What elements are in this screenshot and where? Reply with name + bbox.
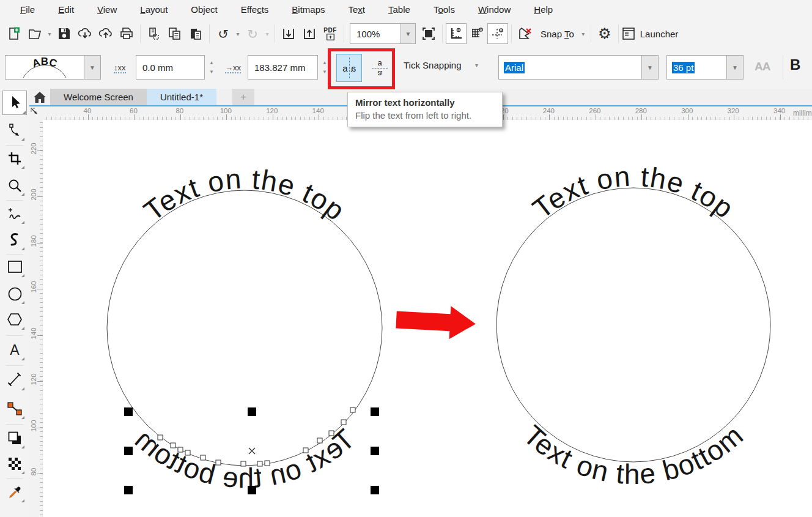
- text-orientation-dropdown-arrow[interactable]: ▼: [84, 55, 101, 80]
- pick-tool[interactable]: [2, 91, 27, 115]
- paste-button[interactable]: [185, 23, 206, 44]
- print-button[interactable]: [116, 23, 137, 44]
- new-tab-button[interactable]: +: [232, 89, 254, 105]
- tick-snapping-dropdown[interactable]: Tick Snapping ▾: [404, 60, 481, 70]
- open-button[interactable]: [24, 23, 45, 44]
- distance-from-path-spinner[interactable]: ▲▼: [205, 55, 218, 80]
- copy-button[interactable]: [164, 23, 185, 44]
- shape-tool[interactable]: [4, 119, 25, 141]
- export-icon: [302, 26, 317, 41]
- hruler-label: 40: [84, 107, 92, 114]
- rectangle-tool[interactable]: [4, 256, 25, 278]
- launcher-button[interactable]: Launcher: [622, 27, 679, 40]
- ruler-origin-button[interactable]: [29, 105, 43, 120]
- transparency-tool[interactable]: [4, 453, 25, 475]
- freehand-tool[interactable]: [4, 203, 25, 225]
- menu-item-view[interactable]: View: [86, 0, 128, 20]
- text-orientation-combo[interactable]: ABC ▼: [5, 55, 102, 80]
- redo-button[interactable]: ↻: [242, 23, 263, 44]
- options-button[interactable]: ⚙: [594, 23, 615, 44]
- show-grid-toggle[interactable]: [467, 23, 487, 44]
- ellipse-tool[interactable]: [4, 283, 25, 305]
- crop-tool[interactable]: [4, 147, 25, 169]
- toolbox-separator: [6, 200, 23, 201]
- ellipse-tool-icon: [7, 286, 23, 302]
- zoom-dropdown-arrow[interactable]: ▼: [400, 24, 415, 43]
- tab-welcome-screen[interactable]: Welcome Screen: [50, 89, 147, 105]
- font-size-combo[interactable]: 36 pt ▼: [666, 55, 744, 80]
- dimension-tool[interactable]: [4, 369, 25, 391]
- menu-item-text[interactable]: Text: [337, 0, 377, 20]
- vruler-label: 120: [30, 370, 37, 389]
- tick-snapping-dropdown-arrow[interactable]: ▾: [473, 62, 481, 69]
- disable-snapping-button[interactable]: [515, 23, 536, 44]
- font-list-dropdown-arrow[interactable]: ▼: [641, 56, 658, 79]
- menu-item-file[interactable]: File: [9, 0, 46, 20]
- publish-pdf-button[interactable]: PDF: [320, 23, 341, 44]
- toolbar-separator: [209, 24, 210, 43]
- undo-button[interactable]: ↺: [213, 23, 234, 44]
- launcher-label: Launcher: [640, 29, 679, 39]
- menu-item-tools[interactable]: Tools: [422, 0, 467, 20]
- import-button[interactable]: [278, 23, 299, 44]
- hruler-label: 120: [266, 107, 278, 114]
- undo-dropdown-arrow[interactable]: ▾: [234, 31, 242, 37]
- toolbox-separator: [6, 335, 23, 336]
- offset-field[interactable]: 183.827 mm: [248, 55, 318, 80]
- toolbox: A: [0, 89, 29, 517]
- font-list-combo[interactable]: Arial ▼: [498, 55, 659, 80]
- font-name-value: Arial: [504, 62, 525, 73]
- coreldraw-window: FileEditViewLayoutObjectEffectsBitmapsTe…: [0, 0, 812, 517]
- bold-button[interactable]: B: [790, 56, 800, 73]
- artistic-media-tool[interactable]: [4, 229, 25, 251]
- save-to-cloud-button[interactable]: [95, 23, 116, 44]
- tab-untitled-1[interactable]: Untitled-1*: [147, 89, 216, 105]
- menu-item-window[interactable]: Window: [467, 0, 522, 20]
- menu-item-table[interactable]: Table: [377, 0, 422, 20]
- open-from-cloud-button[interactable]: [75, 23, 95, 44]
- fullscreen-preview-button[interactable]: [418, 23, 439, 44]
- text-properties-button[interactable]: AA: [755, 60, 770, 73]
- home-tab-button[interactable]: [29, 89, 50, 105]
- cut-button[interactable]: [144, 23, 164, 44]
- connector-tool-icon: [7, 401, 23, 417]
- menu-item-object[interactable]: Object: [179, 0, 229, 20]
- drawing-canvas[interactable]: Text on the top Text on the bottom Text …: [43, 120, 812, 517]
- vruler-label: 100: [30, 417, 37, 435]
- menu-item-bitmaps[interactable]: Bitmaps: [280, 0, 336, 20]
- snap-to-label: Snap To: [541, 29, 574, 39]
- color-eyedropper-tool[interactable]: [4, 481, 25, 503]
- distance-from-path-field[interactable]: 0.0 mm: [136, 55, 205, 80]
- rectangle-tool-icon: [7, 260, 23, 273]
- open-dropdown-arrow[interactable]: ▾: [45, 31, 54, 37]
- cloud-upload-icon: [98, 26, 114, 41]
- font-size-dropdown-arrow[interactable]: ▼: [726, 56, 743, 79]
- crop-tool-icon: [7, 151, 22, 166]
- right-bottom-text[interactable]: Text on the bottom: [517, 418, 750, 490]
- menu-item-edit[interactable]: Edit: [46, 0, 86, 20]
- text-tool[interactable]: A: [4, 339, 25, 361]
- export-button[interactable]: [299, 23, 320, 44]
- left-top-text[interactable]: Text on the top: [138, 163, 351, 227]
- show-rulers-toggle[interactable]: [446, 23, 467, 44]
- menu-item-help[interactable]: Help: [522, 0, 564, 20]
- drop-shadow-tool[interactable]: [4, 427, 25, 449]
- redo-dropdown-arrow[interactable]: ▾: [263, 31, 271, 37]
- connector-tool[interactable]: [4, 398, 25, 420]
- interactive-fill-tool[interactable]: [4, 510, 25, 517]
- show-guidelines-toggle[interactable]: [487, 23, 508, 44]
- snap-to-dropdown[interactable]: Snap To: [536, 29, 579, 39]
- new-document-button[interactable]: [4, 23, 24, 44]
- toolbar-separator: [511, 24, 512, 43]
- right-top-text[interactable]: Text on the top: [526, 160, 740, 225]
- property-bar: ABC ▼ ↕xx 0.0 mm ▲▼ →xx 183.827 mm ▲▼ aa…: [0, 48, 812, 89]
- zoom-level-combo[interactable]: 100% ▼: [350, 23, 416, 44]
- menu-item-layout[interactable]: Layout: [128, 0, 179, 20]
- menu-item-effects[interactable]: Effects: [229, 0, 281, 20]
- snap-to-dropdown-arrow[interactable]: ▾: [579, 31, 588, 37]
- polygon-tool[interactable]: [4, 308, 25, 330]
- save-button[interactable]: [54, 23, 75, 44]
- left-bottom-text-mirrored[interactable]: Text on the bottom: [128, 423, 361, 494]
- zoom-tool[interactable]: [4, 174, 25, 196]
- vertical-ruler[interactable]: 22020018016014012010080: [29, 120, 43, 517]
